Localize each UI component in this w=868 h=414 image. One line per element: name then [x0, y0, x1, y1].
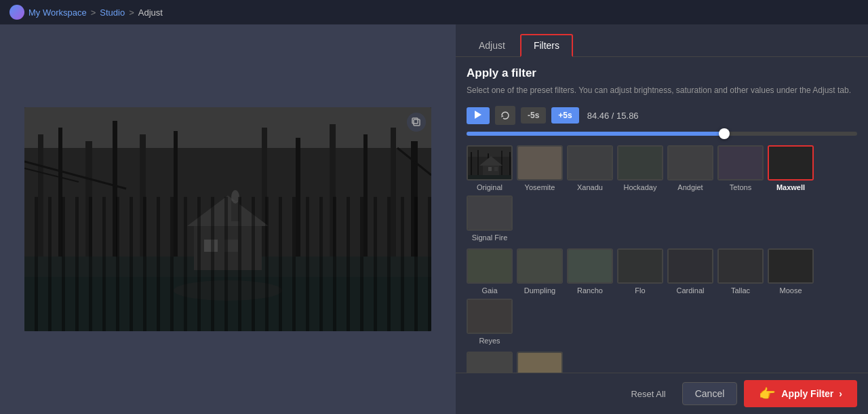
- tab-adjust[interactable]: Adjust: [467, 34, 517, 56]
- photo-display: [24, 107, 431, 331]
- avatar: [9, 5, 24, 20]
- filter-thumb-inner-moose: [769, 250, 812, 282]
- filter-label-maxwell: Maxwell: [776, 183, 805, 191]
- filter-item-sepia[interactable]: Sepia: [517, 352, 563, 373]
- slider-container: [467, 132, 857, 136]
- filter-thumb-original: [467, 145, 513, 181]
- filter-item-yosemite[interactable]: Yosemite: [517, 145, 563, 191]
- svg-rect-4: [58, 128, 62, 277]
- filter-item-original[interactable]: Original: [467, 145, 513, 191]
- apply-filter-button[interactable]: 👉 Apply Filter ›: [744, 380, 857, 407]
- slider-thumb[interactable]: [719, 128, 730, 139]
- svg-rect-3: [38, 134, 43, 270]
- filter-thumb-gaia: [467, 248, 513, 284]
- tabs-row: Adjust Filters: [456, 24, 868, 57]
- chevron-right-icon: ›: [839, 388, 842, 399]
- svg-rect-13: [391, 128, 396, 284]
- minus5-button[interactable]: -5s: [521, 107, 546, 124]
- copy-icon[interactable]: [407, 113, 426, 132]
- controls-row: -5s +5s 84.46 / 15.86: [467, 106, 857, 125]
- filter-item-andgiet[interactable]: Andgiet: [667, 145, 713, 191]
- filter-thumb-inner-cardinal: [669, 250, 712, 282]
- filter-thumb-inner-grayscale: [468, 353, 511, 373]
- bottom-actions: Cancel 👉 Apply Filter ›: [682, 380, 857, 407]
- svg-marker-17: [187, 195, 269, 226]
- tab-filters[interactable]: Filters: [520, 34, 573, 57]
- filter-label-gaia: Gaia: [481, 286, 497, 295]
- svg-rect-27: [414, 119, 420, 126]
- svg-rect-8: [174, 131, 178, 274]
- main-layout: Adjust Filters Apply a filter Select one…: [0, 24, 868, 414]
- plus5-button[interactable]: +5s: [551, 107, 578, 124]
- filter-item-gaia[interactable]: Gaia: [467, 248, 513, 295]
- filter-item-dumpling[interactable]: Dumpling: [517, 248, 563, 295]
- filter-thumb-cardinal: [667, 248, 713, 284]
- hand-icon: 👉: [759, 385, 776, 402]
- filter-item-tallac[interactable]: Tallac: [717, 248, 764, 295]
- filter-item-grayscale[interactable]: Grayscale: [467, 352, 513, 373]
- breadcrumb-current: Adjust: [138, 7, 163, 18]
- topbar: My Workspace > Studio > Adjust: [0, 0, 868, 24]
- slider-track[interactable]: [467, 132, 857, 136]
- filter-label-flo: Flo: [635, 286, 645, 295]
- filter-grid-row2: Gaia Dumpling Rancho: [467, 248, 857, 345]
- svg-point-23: [174, 280, 282, 301]
- filter-thumb-moose: [768, 248, 814, 284]
- svg-rect-11: [330, 124, 336, 274]
- breadcrumb-sep1: >: [91, 7, 96, 18]
- filter-thumb-inner-rancho: [568, 250, 612, 282]
- svg-rect-28: [412, 118, 418, 124]
- filter-thumb-flo: [617, 248, 663, 284]
- filter-desc: Select one of the preset filters. You ca…: [467, 84, 857, 96]
- filter-thumb-dumpling: [517, 248, 563, 284]
- filter-item-xanadu[interactable]: Xanadu: [567, 145, 613, 191]
- reset-button[interactable]: [495, 106, 515, 125]
- photo-svg: [24, 107, 431, 331]
- slider-fill: [467, 132, 724, 136]
- filter-label-original: Original: [477, 183, 502, 191]
- filter-thumb-tetons: [717, 145, 764, 181]
- filter-label-xanadu: Xanadu: [577, 183, 603, 191]
- workspace-link[interactable]: My Workspace: [28, 7, 87, 18]
- filter-item-flo[interactable]: Flo: [617, 248, 663, 295]
- filter-title: Apply a filter: [467, 67, 857, 80]
- play-button[interactable]: [467, 107, 490, 124]
- svg-rect-7: [140, 134, 146, 270]
- filter-thumb-inner-dumpling: [518, 250, 561, 282]
- photo-container: [24, 107, 431, 331]
- studio-link[interactable]: Studio: [100, 7, 125, 18]
- filter-item-cardinal[interactable]: Cardinal: [667, 248, 713, 295]
- filter-item-maxwell[interactable]: Maxwell: [768, 145, 814, 191]
- filter-thumb-sepia: [517, 352, 563, 373]
- filter-thumb-reyes: [467, 299, 513, 334]
- filter-item-signalfire[interactable]: Signal Fire: [467, 195, 513, 242]
- filter-thumb-inner-sepia: [518, 353, 561, 373]
- filter-item-moose[interactable]: Moose: [768, 248, 814, 295]
- filter-label-rancho: Rancho: [577, 286, 603, 295]
- filter-label-tetons: Tetons: [730, 183, 751, 191]
- filter-thumb-tallac: [717, 248, 764, 284]
- panel-content: Apply a filter Select one of the preset …: [456, 57, 868, 373]
- filter-label-cardinal: Cardinal: [677, 286, 705, 295]
- filter-item-rancho[interactable]: Rancho: [567, 248, 613, 295]
- filter-thumb-inner-gaia: [468, 250, 511, 282]
- svg-rect-18: [231, 201, 239, 221]
- filter-label-andgiet: Andgiet: [677, 183, 703, 191]
- ctrl-value: 84.46 / 15.86: [587, 111, 639, 121]
- filter-thumb-inner-tetons: [719, 147, 762, 179]
- filter-label-yosemite: Yosemite: [525, 183, 555, 191]
- filter-item-hockaday[interactable]: Hockaday: [617, 145, 663, 191]
- apply-label: Apply Filter: [781, 388, 833, 399]
- filter-thumb-inner-signalfire: [468, 197, 511, 229]
- svg-rect-10: [296, 138, 300, 274]
- filter-thumb-inner-tallac: [719, 250, 762, 282]
- filter-thumb-inner-xanadu: [568, 147, 612, 179]
- bottom-bar: Reset All Cancel 👉 Apply Filter ›: [456, 373, 868, 414]
- reset-all-link[interactable]: Reset All: [467, 389, 666, 399]
- filter-thumb-maxwell: [768, 145, 814, 181]
- filter-item-tetons[interactable]: Tetons: [717, 145, 764, 191]
- cancel-button[interactable]: Cancel: [682, 382, 738, 405]
- filter-item-reyes[interactable]: Reyes: [467, 299, 513, 345]
- svg-rect-41: [468, 175, 513, 181]
- right-panel: Adjust Filters Apply a filter Select one…: [456, 24, 868, 414]
